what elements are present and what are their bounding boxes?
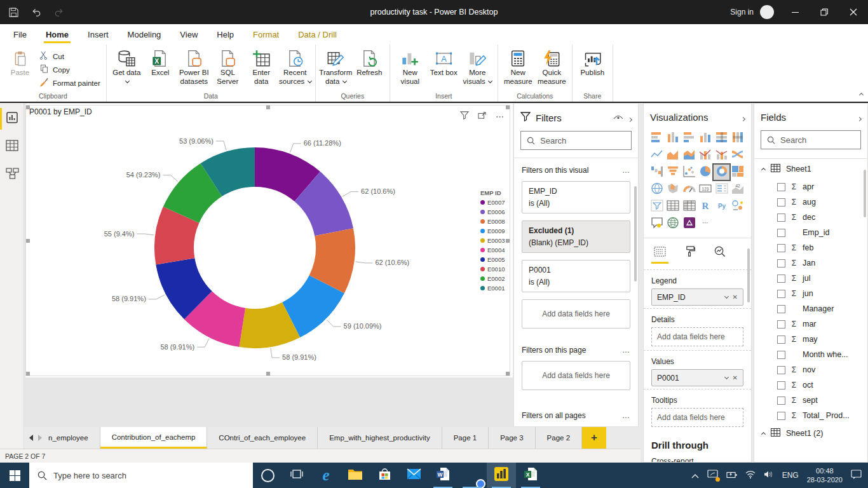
field-item-dec[interactable]: Σdec <box>754 210 867 225</box>
filters-search-input[interactable]: Search <box>520 131 632 150</box>
viz-icon-stacked-bar[interactable] <box>649 130 665 146</box>
donut-chart-visual[interactable]: P0001 by EMP_ID ⋯ 66 (11.28%)62 (10.6%)6… <box>25 105 510 376</box>
page-tab-page-3[interactable]: Page 3 <box>489 427 535 449</box>
nav-model-view[interactable] <box>0 163 24 187</box>
tooltips-field-well[interactable]: Add data fields here <box>651 408 743 427</box>
field-checkbox[interactable] <box>777 412 785 420</box>
viz-icon-treemap[interactable] <box>730 165 746 180</box>
field-checkbox[interactable] <box>777 366 785 374</box>
pill-remove-icon[interactable]: ✕ <box>733 374 738 381</box>
ribbon-button-more-visuals[interactable]: More visuals <box>461 46 494 86</box>
field-item-may[interactable]: Σmay <box>754 332 867 347</box>
language-indicator[interactable]: ENG <box>782 471 799 480</box>
field-checkbox[interactable] <box>777 336 785 344</box>
legend-field-pill[interactable]: EMP_ID ✕ <box>651 288 743 306</box>
field-checkbox[interactable] <box>777 214 785 222</box>
taskbar-icon-mail[interactable] <box>399 463 428 488</box>
focus-mode-icon[interactable] <box>478 111 487 122</box>
ribbon-button-cut[interactable]: Cut <box>37 50 103 63</box>
viz-icon-100-stacked-column[interactable] <box>730 130 746 146</box>
add-filter-field-well[interactable]: Add data fields here <box>522 299 630 329</box>
ribbon-button-quick-measure[interactable]: Quick measure <box>535 46 569 86</box>
ribbon-button-recent-sources[interactable]: Recent sources <box>278 46 312 86</box>
collapse-table-icon[interactable] <box>762 165 765 173</box>
field-item-feb[interactable]: Σfeb <box>754 240 867 255</box>
viz-icon-clustered-column[interactable] <box>698 130 714 146</box>
viz-icon-stacked-area[interactable] <box>681 147 697 163</box>
ribbon-button-transform-data[interactable]: Transform data <box>319 46 353 86</box>
tab-analytics[interactable] <box>714 246 726 259</box>
fields-scrollbar[interactable] <box>864 170 866 217</box>
cortana-icon[interactable] <box>253 463 282 488</box>
viz-icon-power-apps[interactable] <box>681 216 697 231</box>
clock[interactable]: 00:48 28-03-2020 <box>807 466 843 484</box>
field-checkbox[interactable] <box>777 229 785 237</box>
taskbar-icon-chrome[interactable] <box>458 463 487 488</box>
pill-remove-icon[interactable]: ✕ <box>733 294 738 301</box>
field-item-manager[interactable]: Manager <box>754 301 867 316</box>
visual-resize-handle[interactable] <box>26 105 30 109</box>
viz-icon-kpi[interactable]: 42 <box>730 182 746 197</box>
tab-format[interactable] <box>685 246 695 259</box>
visual-resize-handle[interactable] <box>266 105 270 109</box>
ribbon-button-text-box[interactable]: AText box <box>427 46 461 78</box>
field-item-month-whe-[interactable]: Month whe... <box>754 347 867 362</box>
legend-item-E0007[interactable]: E0007 <box>480 198 505 207</box>
ribbon-button-refresh[interactable]: Refresh <box>353 46 386 78</box>
viz-icon-arcgis-map[interactable] <box>665 216 681 231</box>
field-item-oct[interactable]: Σoct <box>754 377 867 393</box>
menu-tab-help[interactable]: Help <box>207 24 243 44</box>
table-sheet1-2[interactable]: Sheet1 (2) <box>754 423 867 444</box>
viz-icon-clustered-bar[interactable] <box>681 130 697 146</box>
page-tab-n-employee[interactable]: n_employee <box>47 427 100 449</box>
viz-icon-line-clustered-column[interactable] <box>714 147 729 163</box>
taskbar-icon-excel[interactable]: X <box>516 463 545 488</box>
minimize-button[interactable] <box>780 0 810 24</box>
field-item-emp-id[interactable]: Emp_id <box>754 225 867 240</box>
page-tab-page-2[interactable]: Page 2 <box>536 427 582 449</box>
viz-icon-donut[interactable] <box>714 165 729 180</box>
ribbon-button-paste[interactable]: Paste <box>3 46 37 78</box>
filter-card-emp-id[interactable]: EMP_ID is (All) <box>522 181 630 214</box>
menu-tab-data-drill[interactable]: Data / Drill <box>288 24 346 44</box>
eye-icon[interactable] <box>613 112 623 123</box>
field-item-mar[interactable]: Σmar <box>754 316 867 332</box>
collapse-ribbon-icon[interactable] <box>860 88 863 99</box>
ribbon-button-sql-server[interactable]: SQL Server <box>211 46 245 86</box>
visual-resize-handle[interactable] <box>506 372 510 376</box>
viz-icon-area[interactable] <box>665 147 681 163</box>
viz-icon-gauge[interactable] <box>681 182 697 197</box>
ribbon-button-get-data[interactable]: Get data <box>110 46 144 86</box>
legend-item-E0005[interactable]: E0005 <box>480 255 505 264</box>
viz-icon-ribbon[interactable] <box>730 147 746 163</box>
field-item-sept[interactable]: Σsept <box>754 393 867 408</box>
redo-icon[interactable] <box>54 8 64 17</box>
undo-icon[interactable] <box>31 8 41 17</box>
viz-icon-table[interactable] <box>665 199 681 214</box>
menu-tab-modeling[interactable]: Modeling <box>118 24 171 44</box>
taskbar-icon-word[interactable]: W <box>428 463 458 488</box>
battery-icon[interactable] <box>726 470 737 481</box>
menu-tab-home[interactable]: Home <box>36 24 78 44</box>
taskbar-icon-edge[interactable]: e <box>311 463 341 488</box>
viz-icon-qa[interactable] <box>649 216 665 231</box>
report-page[interactable]: P0001 by EMP_ID ⋯ 66 (11.28%)62 (10.6%)6… <box>25 104 513 377</box>
field-checkbox[interactable] <box>777 244 785 252</box>
field-checkbox[interactable] <box>777 259 785 268</box>
collapse-filters-icon[interactable] <box>628 112 632 123</box>
ribbon-button-new-visual[interactable]: New visual <box>393 46 427 86</box>
field-checkbox[interactable] <box>777 290 785 298</box>
next-page-arrow[interactable] <box>38 435 42 441</box>
viz-icon-python[interactable]: Py <box>714 199 729 214</box>
save-icon[interactable] <box>9 8 18 17</box>
field-checkbox[interactable] <box>777 351 785 359</box>
menu-tab-insert[interactable]: Insert <box>78 24 118 44</box>
section-more-icon[interactable]: … <box>622 346 630 355</box>
tray-chevron-icon[interactable] <box>691 470 699 481</box>
donut-chart[interactable]: 66 (11.28%)62 (10.6%)62 (10.6%)59 (10.09… <box>26 105 511 376</box>
viz-scrollbar[interactable] <box>747 248 750 302</box>
ribbon-button-excel[interactable]: XExcel <box>144 46 177 78</box>
viz-icon-stacked-column[interactable] <box>665 130 681 146</box>
legend-item-E0009[interactable]: E0009 <box>480 226 505 236</box>
taskbar-icon-file-explorer[interactable] <box>341 463 370 488</box>
